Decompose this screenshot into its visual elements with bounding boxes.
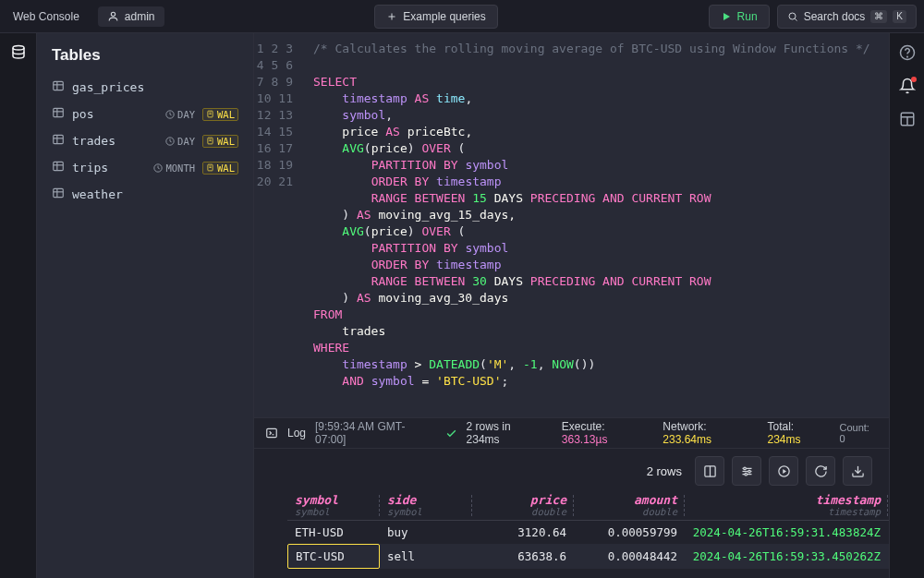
table-row[interactable]: ETH-USDbuy3120.640.000597992024-04-26T16…: [287, 521, 889, 544]
kbd-k: K: [893, 10, 906, 23]
svg-rect-10: [54, 108, 64, 116]
left-rail: [0, 33, 37, 578]
cell-amount[interactable]: 0.00048442: [574, 545, 685, 568]
table-row[interactable]: BTC-USDsell63638.60.000484422024-04-26T1…: [287, 544, 889, 569]
check-icon: [445, 427, 457, 440]
svg-point-0: [111, 12, 115, 16]
plus-icon: [386, 11, 397, 22]
svg-point-4: [789, 13, 796, 19]
cell-side[interactable]: buy: [380, 521, 472, 544]
table-name: weather: [72, 187, 238, 201]
log-bar: Log [9:59:34 AM GMT-07:00] 2 rows in 234…: [254, 417, 889, 449]
table-item-trades[interactable]: tradesDAY WAL: [37, 127, 253, 154]
table-name: pos: [72, 107, 158, 121]
rerun-button[interactable]: [769, 456, 798, 486]
editor-gutter: 1 2 3 4 5 6 7 8 9 10 11 12 13 14 15 16 1…: [254, 33, 306, 417]
table-icon: [52, 187, 65, 202]
partition-tag: MONTH: [153, 163, 195, 174]
svg-line-5: [795, 18, 796, 20]
example-queries-button[interactable]: Example queries: [374, 5, 497, 29]
help-icon[interactable]: [899, 44, 916, 61]
sql-editor[interactable]: 1 2 3 4 5 6 7 8 9 10 11 12 13 14 15 16 1…: [254, 33, 889, 417]
terminal-icon: [265, 427, 278, 440]
col-header-symbol[interactable]: symbolsymbol: [287, 491, 380, 520]
log-net-val: 233.64ms: [663, 433, 711, 446]
user-icon: [107, 10, 119, 22]
svg-marker-45: [783, 469, 786, 474]
svg-point-42: [748, 470, 750, 473]
run-button[interactable]: Run: [709, 5, 770, 29]
search-icon: [787, 11, 798, 22]
svg-point-41: [743, 467, 746, 470]
table-icon: [52, 160, 65, 175]
log-rows: 2 rows in 234ms: [467, 420, 547, 446]
table-icon: [52, 106, 65, 122]
svg-point-48: [906, 56, 907, 57]
svg-rect-7: [54, 81, 64, 90]
col-header-timestamp[interactable]: timestamptimestamp: [685, 491, 888, 520]
log-total-label: Total:: [768, 420, 795, 433]
log-time: [9:59:34 AM GMT-07:00]: [315, 420, 436, 446]
log-label: Log: [287, 427, 306, 440]
layout-button[interactable]: [695, 456, 724, 486]
col-header-side[interactable]: sidesymbol: [380, 491, 472, 520]
table-icon: [52, 79, 65, 95]
cell-price[interactable]: 3120.64: [472, 521, 574, 544]
options-button[interactable]: [732, 456, 761, 486]
log-exec-val: 363.13µs: [562, 433, 608, 446]
table-icon: [52, 133, 65, 149]
download-button[interactable]: [843, 456, 872, 486]
database-icon[interactable]: [10, 44, 27, 61]
topbar: Web Console admin Example queries Run: [0, 0, 924, 33]
cell-timestamp[interactable]: 2024-04-26T16:59:31.483824Z: [685, 521, 888, 544]
user-name: admin: [125, 10, 155, 23]
svg-rect-17: [54, 135, 64, 143]
col-header-price[interactable]: pricedouble: [472, 491, 574, 520]
results-rowcount: 2 rows: [647, 464, 682, 478]
notification-dot: [911, 77, 917, 82]
table-item-trips[interactable]: tripsMONTH WAL: [37, 154, 253, 181]
cell-timestamp[interactable]: 2024-04-26T16:59:33.450262Z: [685, 545, 888, 568]
cell-amount[interactable]: 0.00059799: [574, 521, 685, 544]
table-item-weather[interactable]: weather: [37, 181, 253, 208]
tables-sidebar: Tables gas_pricesposDAY WALtradesDAY WAL…: [37, 33, 254, 578]
search-docs-button[interactable]: Search docs ⌘ K: [777, 5, 917, 29]
refresh-button[interactable]: [806, 456, 835, 486]
col-header-amount[interactable]: amountdouble: [574, 491, 685, 520]
cell-symbol[interactable]: ETH-USD: [287, 521, 380, 544]
table-name: trades: [72, 134, 158, 148]
kbd-cmd: ⌘: [870, 10, 887, 23]
log-total-val: 234ms: [768, 433, 801, 446]
user-badge[interactable]: admin: [98, 6, 164, 27]
results-panel: 2 rows symbolsymbolsidesymbolpric: [254, 449, 889, 578]
web-console-label: Web Console: [7, 6, 85, 27]
table-name: trips: [72, 161, 146, 175]
right-rail: [889, 33, 924, 578]
partition-tag: DAY: [165, 136, 195, 147]
table-item-gas_prices[interactable]: gas_prices: [37, 74, 253, 101]
svg-rect-24: [54, 162, 64, 170]
search-docs-label: Search docs: [804, 10, 866, 23]
log-count: Count: 0: [839, 422, 878, 444]
table-item-pos[interactable]: posDAY WAL: [37, 101, 253, 127]
editor-code[interactable]: /* Calculates the rolling moving average…: [306, 33, 889, 417]
svg-marker-3: [723, 13, 730, 20]
wal-tag: WAL: [202, 162, 238, 175]
table-name: gas_prices: [72, 80, 238, 94]
run-label: Run: [737, 10, 758, 23]
svg-point-6: [13, 46, 24, 51]
results-header: symbolsymbolsidesymbolpricedoubleamountd…: [287, 491, 889, 521]
cell-symbol[interactable]: BTC-USD: [287, 544, 380, 569]
cell-side[interactable]: sell: [380, 545, 472, 568]
tables-title: Tables: [37, 46, 253, 74]
log-net-label: Network:: [663, 420, 706, 433]
partition-tag: DAY: [165, 109, 195, 120]
play-icon: [721, 11, 732, 22]
panel-icon[interactable]: [899, 111, 916, 127]
svg-rect-31: [54, 188, 64, 197]
example-queries-label: Example queries: [403, 10, 485, 23]
wal-tag: WAL: [202, 108, 238, 121]
notifications-icon[interactable]: [899, 78, 916, 94]
cell-price[interactable]: 63638.6: [472, 545, 574, 568]
log-exec-label: Execute:: [562, 420, 605, 433]
